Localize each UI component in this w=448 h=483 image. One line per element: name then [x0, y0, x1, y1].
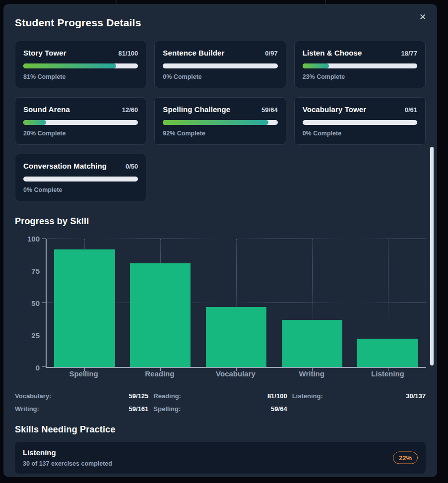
exercise-score: 12/60 — [122, 106, 138, 114]
percent-complete-label: 0% Complete — [163, 73, 277, 80]
x-category-label: Vocabulary — [216, 369, 256, 378]
skill-total-item: Writing:59/161 — [15, 405, 148, 413]
backdrop-divider — [116, 0, 117, 4]
chart-y-axis-labels: 0255075100 — [15, 239, 40, 368]
exercise-card-header: Conversation Matching0/50 — [23, 162, 138, 170]
progress-bar-track — [163, 63, 277, 68]
progress-bar-track — [23, 63, 138, 68]
skill-total-value: 59/161 — [129, 405, 149, 413]
percent-complete-label: 81% Complete — [23, 73, 138, 80]
skill-total-item: Spelling:59/64 — [153, 405, 287, 413]
exercise-card: Listen & Choose18/7723% Complete — [294, 41, 426, 88]
exercise-card-header: Story Tower81/100 — [23, 49, 138, 57]
chart-bar — [357, 339, 418, 367]
skill-total-value: 59/64 — [271, 405, 287, 413]
progress-bar-fill — [23, 120, 46, 125]
exercise-score: 18/77 — [401, 50, 417, 57]
skill-total-label: Writing: — [15, 405, 39, 413]
practice-skill-name: Listening — [23, 448, 418, 457]
chart-bar — [54, 249, 115, 367]
progress-bar-track — [163, 120, 277, 125]
exercise-card: Vocabulary Tower0/610% Complete — [294, 97, 426, 145]
percent-complete-label: 92% Complete — [163, 130, 277, 137]
y-tick-label: 50 — [15, 299, 40, 308]
practice-detail-text: 30 of 137 exercises completed — [23, 460, 418, 467]
skill-total-value: 30/137 — [406, 392, 426, 400]
x-category-label: Writing — [299, 369, 324, 378]
exercise-name: Listen & Choose — [303, 49, 362, 57]
chart-x-axis-labels: SpellingReadingVocabularyWritingListenin… — [46, 369, 426, 380]
exercise-name: Spelling Challenge — [163, 105, 230, 114]
exercise-name: Vocabulary Tower — [303, 105, 367, 114]
vertical-gridline — [426, 239, 426, 367]
exercise-card: Spelling Challenge59/6492% Complete — [154, 97, 286, 145]
skill-totals-grid: Vocabulary:59/125Reading:81/100Listening… — [15, 392, 426, 413]
exercise-card: Sound Arena12/6020% Complete — [15, 97, 146, 145]
skill-total-label: Reading: — [153, 392, 181, 400]
modal-title: Student Progress Details — [15, 17, 426, 29]
exercise-score: 0/97 — [265, 50, 277, 57]
chart-bar — [130, 263, 191, 367]
exercise-card-header: Spelling Challenge59/64 — [163, 105, 277, 114]
progress-bar-track — [23, 120, 138, 125]
exercise-name: Story Tower — [23, 49, 66, 57]
x-category-label: Listening — [371, 369, 404, 378]
skill-total-item: Listening:30/137 — [292, 392, 426, 400]
progress-bar-track — [23, 177, 138, 181]
y-tick-label: 100 — [15, 235, 40, 243]
progress-bar-track — [303, 63, 417, 68]
y-tick-mark — [42, 366, 46, 367]
chart-section-title: Progress by Skill — [15, 216, 426, 227]
percent-complete-label: 20% Complete — [23, 130, 138, 137]
skill-total-item: Vocabulary:59/125 — [15, 392, 148, 400]
exercise-score: 0/61 — [405, 106, 417, 114]
exercise-name: Sound Arena — [23, 105, 70, 114]
y-tick-label: 0 — [15, 363, 40, 372]
skill-total-value: 59/125 — [129, 392, 149, 400]
progress-bar-fill — [163, 120, 268, 125]
exercise-cards-grid: Story Tower81/10081% CompleteSentence Bu… — [15, 41, 426, 201]
chart-plot-area — [46, 239, 426, 368]
y-tick-mark — [42, 335, 46, 335]
practice-list: Listening30 of 137 exercises completed22… — [15, 442, 426, 474]
exercise-card: Story Tower81/10081% Complete — [15, 41, 146, 88]
close-icon[interactable]: ✕ — [417, 12, 428, 23]
skill-total-label: Spelling: — [153, 405, 181, 413]
exercise-card-header: Listen & Choose18/77 — [303, 49, 417, 57]
progress-bar-fill — [303, 63, 329, 68]
skill-total-label: Vocabulary: — [15, 392, 51, 400]
practice-percent-badge: 22% — [393, 452, 418, 464]
skill-total-label: Listening: — [292, 392, 323, 400]
exercise-score: 59/64 — [261, 106, 278, 114]
y-tick-mark — [42, 271, 46, 271]
y-tick-label: 25 — [15, 331, 40, 340]
practice-item: Listening30 of 137 exercises completed22… — [15, 442, 426, 474]
exercise-card: Conversation Matching0/500% Complete — [15, 154, 146, 201]
progress-bar-fill — [23, 63, 116, 68]
modal-scrollbar-thumb[interactable] — [430, 147, 434, 365]
y-tick-label: 75 — [15, 267, 40, 276]
exercise-score: 81/100 — [119, 50, 138, 57]
chart-bar — [282, 320, 342, 367]
percent-complete-label: 23% Complete — [303, 73, 417, 80]
exercise-name: Conversation Matching — [23, 162, 107, 170]
exercise-card: Sentence Builder0/970% Complete — [154, 41, 286, 88]
exercise-card-header: Sentence Builder0/97 — [163, 49, 277, 57]
x-category-label: Reading — [145, 369, 174, 378]
backdrop-divider — [325, 0, 326, 4]
exercise-card-header: Sound Arena12/60 — [23, 105, 138, 114]
exercise-name: Sentence Builder — [163, 49, 224, 57]
percent-complete-label: 0% Complete — [23, 186, 138, 193]
exercise-card-header: Vocabulary Tower0/61 — [303, 105, 417, 114]
practice-section-title: Skills Needing Practice — [15, 424, 426, 435]
percent-complete-label: 0% Complete — [303, 130, 417, 137]
y-tick-mark — [42, 302, 46, 303]
skill-total-item: Reading:81/100 — [153, 392, 287, 400]
student-progress-modal: ✕ Student Progress Details Story Tower81… — [3, 4, 437, 477]
x-category-label: Spelling — [69, 369, 98, 378]
progress-bar-track — [303, 120, 417, 125]
progress-by-skill-chart: 0255075100 SpellingReadingVocabularyWrit… — [15, 232, 426, 380]
exercise-score: 0/50 — [126, 163, 138, 170]
y-tick-mark — [42, 239, 46, 239]
skill-total-value: 81/100 — [267, 392, 287, 400]
